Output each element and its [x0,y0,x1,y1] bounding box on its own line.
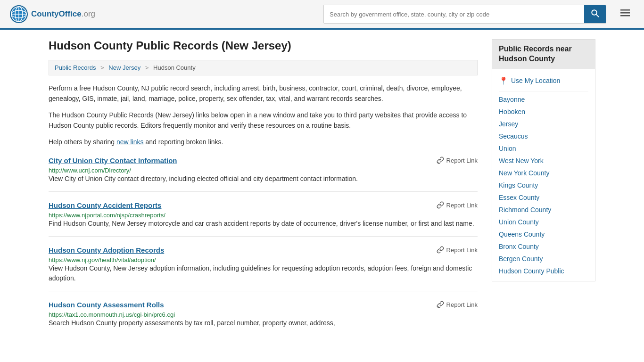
sidebar-item[interactable]: Union County [492,216,595,228]
record-title-link[interactable]: Hudson County Assessment Rolls [49,301,164,309]
record-entry: City of Union City Contact Information R… [49,156,478,191]
sidebar-items: 📍 Use My Location BayonneHobokenJerseySe… [492,69,595,281]
sidebar-link[interactable]: Secaucus [499,132,528,140]
search-button[interactable] [584,5,606,23]
breadcrumb-public-records[interactable]: Public Records [55,64,96,71]
breadcrumb: Public Records > New Jersey > Hudson Cou… [49,60,478,75]
sidebar-link[interactable]: Bayonne [499,96,525,103]
report-link-icon [437,201,444,209]
record-title-row: Hudson County Accident Reports Report Li… [49,201,478,209]
svg-rect-10 [620,12,630,14]
sidebar-link[interactable]: Kings County [499,181,538,189]
record-divider [49,291,478,291]
svg-line-15 [438,306,438,307]
record-title-row: Hudson County Adoption Records Report Li… [49,246,478,254]
sidebar-item[interactable]: Kings County [492,179,595,191]
search-icon [591,9,599,17]
report-link-icon [437,301,444,308]
sidebar-link[interactable]: Queens County [499,230,545,238]
sidebar-item[interactable]: Essex County [492,191,595,204]
hamburger-icon [619,7,631,18]
record-title-link[interactable]: Hudson County Accident Reports [49,201,161,209]
new-links-link[interactable]: new links [116,138,144,146]
sidebar-divider [499,91,588,91]
record-description: View City of Union City contact director… [49,174,478,184]
svg-line-13 [438,207,438,208]
sidebar-link[interactable]: Bergen County [499,255,543,263]
record-url[interactable]: https://www.njportal.com/njsp/crashrepor… [49,212,165,219]
record-title-link[interactable]: Hudson County Adoption Records [49,246,164,254]
menu-button[interactable] [616,5,635,23]
svg-line-14 [438,252,438,253]
sidebar-link[interactable]: Bronx County [499,243,539,250]
description-2: The Hudson County Public Records (New Je… [49,110,478,131]
report-link-button[interactable]: Report Link [437,246,478,254]
use-my-location-link[interactable]: Use My Location [511,77,560,84]
sidebar-link[interactable]: Jersey [499,120,518,128]
record-url[interactable]: http://www.ucnj.com/Directory/ [49,167,131,174]
record-description: Find Hudson County, New Jersey motorcycl… [49,219,478,229]
sidebar-link[interactable]: Hoboken [499,108,525,115]
svg-line-12 [438,162,438,163]
report-link-button[interactable]: Report Link [437,201,478,209]
sidebar-link[interactable]: Richmond County [499,206,551,214]
record-title-row: Hudson County Assessment Rolls Report Li… [49,301,478,309]
sidebar-item[interactable]: Queens County [492,228,595,240]
site-header: CountyOffice.org [0,0,644,30]
record-url[interactable]: https://tax1.co.monmouth.nj.us/cgi-bin/p… [49,311,175,318]
sidebar-link[interactable]: Essex County [499,194,539,201]
report-link-icon [437,156,444,164]
records-container: City of Union City Contact Information R… [49,156,478,336]
content-wrapper: Hudson County Public Records (New Jersey… [39,30,605,345]
sidebar: Public Records near Hudson County 📍 Use … [492,39,595,336]
sidebar-link[interactable]: Union County [499,218,539,226]
sidebar-item[interactable]: Hudson County Public [492,265,595,277]
breadcrumb-sep-1: > [100,64,104,71]
sidebar-link[interactable]: New York County [499,169,549,177]
svg-rect-11 [620,15,630,16]
sidebar-link[interactable]: West New York [499,157,544,165]
search-input[interactable] [324,5,584,23]
sidebar-title: Public Records near Hudson County [492,40,595,69]
svg-line-8 [596,15,599,17]
breadcrumb-sep-2: > [145,64,149,71]
record-entry: Hudson County Accident Reports Report Li… [49,201,478,236]
location-pin-icon: 📍 [499,76,508,85]
search-bar [323,5,606,24]
main-content: Hudson County Public Records (New Jersey… [49,39,478,336]
record-title-link[interactable]: City of Union City Contact Information [49,156,177,165]
sidebar-item[interactable]: West New York [492,155,595,167]
breadcrumb-current: Hudson County [153,64,196,71]
sidebar-links: BayonneHobokenJerseySecaucusUnionWest Ne… [492,93,595,277]
sidebar-item[interactable]: Union [492,142,595,155]
sidebar-link[interactable]: Hudson County Public [499,267,564,275]
sidebar-link[interactable]: Union [499,145,516,152]
logo-link[interactable]: CountyOffice.org [9,5,95,24]
logo-icon [9,5,28,24]
record-description: Search Hudson County property assessment… [49,318,478,328]
record-description: View Hudson County, New Jersey adoption … [49,263,478,283]
sidebar-item[interactable]: Hoboken [492,106,595,118]
report-link-button[interactable]: Report Link [437,156,478,164]
description-1: Perform a free Hudson County, NJ public … [49,83,478,104]
sidebar-item[interactable]: Bergen County [492,253,595,265]
sidebar-box: Public Records near Hudson County 📍 Use … [492,39,595,281]
sidebar-item[interactable]: New York County [492,167,595,179]
record-entry: Hudson County Assessment Rolls Report Li… [49,301,478,336]
page-title: Hudson County Public Records (New Jersey… [49,39,478,52]
sidebar-item[interactable]: Bayonne [492,93,595,106]
logo-text: CountyOffice.org [31,9,95,19]
sidebar-item[interactable]: Bronx County [492,240,595,253]
use-my-location[interactable]: 📍 Use My Location [492,73,595,89]
svg-rect-9 [620,9,630,11]
description-3: Help others by sharing new links and rep… [49,137,478,147]
record-url[interactable]: https://www.nj.gov/health/vital/adoption… [49,256,156,263]
report-link-button[interactable]: Report Link [437,301,478,308]
record-divider [49,236,478,237]
record-divider [49,191,478,192]
sidebar-item[interactable]: Richmond County [492,204,595,216]
sidebar-item[interactable]: Jersey [492,118,595,130]
breadcrumb-new-jersey[interactable]: New Jersey [108,64,140,71]
record-entry: Hudson County Adoption Records Report Li… [49,246,478,291]
sidebar-item[interactable]: Secaucus [492,130,595,142]
